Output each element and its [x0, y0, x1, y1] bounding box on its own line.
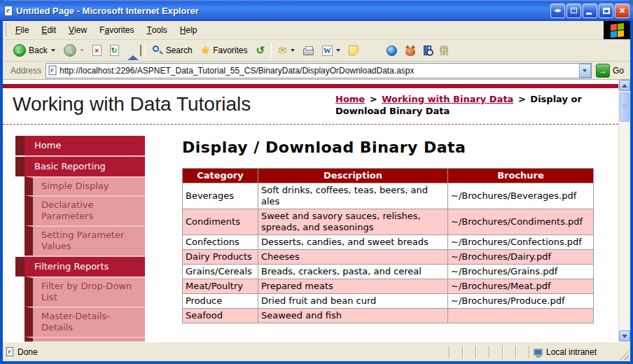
windows-logo-throbber [604, 21, 630, 39]
favorites-label: Favorites [213, 46, 247, 55]
sidebar-item[interactable]: Master-Details-Details [25, 307, 145, 337]
refresh-button[interactable]: ↻ [106, 43, 123, 58]
menu-item[interactable]: Tools [140, 21, 173, 39]
search-label: Search [166, 46, 193, 55]
scroll-up-button[interactable] [619, 80, 630, 91]
sidebar-item[interactable]: Filtering Reports [25, 255, 145, 276]
cell-description: Sweet and savory sauces, relishes, sprea… [258, 209, 447, 235]
window-detach-button[interactable] [566, 4, 581, 18]
maximize-button[interactable] [599, 4, 613, 18]
page-title: Display / Download Binary Data [182, 139, 618, 156]
table-row: Dairy Products Cheeses ~/Brochures/Dairy… [183, 250, 594, 265]
cell-brochure: ~/Brochures/Meat.pdf [448, 279, 594, 294]
toolbar-separator [145, 43, 146, 58]
cell-brochure: ~/Brochures/Condiments.pdf [448, 209, 594, 235]
sidebar-item[interactable]: Basic Reporting [25, 155, 145, 176]
go-label: Go [613, 66, 624, 76]
sidebar-item[interactable]: Master/Detail Across Two Pages [25, 337, 145, 342]
cell-description: Prepared meats [258, 279, 447, 294]
breadcrumb-link-home[interactable]: Home [335, 94, 365, 104]
history-icon: ↺ [256, 44, 265, 57]
menu-item[interactable]: Favorites [93, 21, 140, 39]
notes-button[interactable] [345, 43, 363, 57]
cell-category: Beverages [183, 183, 258, 209]
status-page-icon [6, 347, 13, 356]
print-icon [303, 48, 314, 55]
binary-tool-button[interactable]: 101 010 101 [436, 43, 454, 58]
binary-code-icon: 101 010 101 [440, 46, 450, 56]
sidebar-menu: Home Basic Reporting Simple Display Decl… [25, 136, 145, 342]
chevron-down-icon [583, 69, 587, 72]
close-button[interactable]: × [615, 4, 629, 18]
cell-category: Seafood [183, 309, 258, 323]
back-button[interactable]: ← Back [9, 42, 60, 59]
window-resize-grip[interactable] [620, 351, 629, 360]
sidebar-item[interactable]: Declarative Parameters [25, 195, 145, 225]
sidebar-item[interactable]: Filter by Drop-Down List [25, 276, 145, 307]
print-button[interactable] [299, 44, 318, 57]
history-button[interactable]: ↺ [252, 42, 270, 59]
search-button[interactable]: Search [148, 43, 197, 58]
address-dropdown-button[interactable] [579, 64, 591, 78]
page-body: Home Basic Reporting Simple Display Decl… [3, 125, 618, 342]
favorites-button[interactable]: ★ Favorites [197, 42, 252, 59]
minimize-button[interactable] [583, 4, 597, 18]
table-body: Beverages Soft drinks, coffees, teas, be… [183, 183, 594, 323]
menu-bar: File Edit View Favorites Tools Help [3, 21, 630, 40]
go-button[interactable]: → [596, 64, 610, 78]
window-title: Untitled Page - Microsoft Internet Explo… [16, 6, 549, 16]
stop-button[interactable]: × [88, 43, 106, 58]
forward-button[interactable]: → [60, 42, 88, 59]
messenger-button[interactable] [382, 43, 401, 58]
address-label: Address [11, 66, 41, 76]
sidebar: Home Basic Reporting Simple Display Decl… [25, 136, 145, 342]
edit-with-word-button[interactable]: W [318, 43, 345, 58]
address-input[interactable]: http://localhost:2296/ASPNET_Data_Tutori… [46, 63, 592, 78]
cell-description: Seaweed and fish [258, 309, 447, 323]
menu-item[interactable]: View [62, 21, 93, 39]
sidebar-item[interactable]: Simple Display [25, 176, 145, 195]
cell-brochure: ~/Brochures/Beverages.pdf [448, 183, 594, 209]
status-bar: Done Local intranet [3, 342, 630, 361]
statusbar-pane [489, 346, 502, 358]
cell-description: Cheeses [258, 250, 447, 265]
vertical-scrollbar[interactable] [618, 80, 630, 342]
table-row: Produce Dried fruit and bean curd ~/Broc… [183, 294, 594, 309]
search-icon [152, 45, 163, 56]
arrow-up-icon [622, 84, 627, 88]
breadcrumb: Home > Working with Binary Data > Displa… [335, 93, 611, 117]
categories-table: Category Description Brochure [182, 168, 594, 323]
mail-button[interactable]: ✉ [274, 42, 299, 59]
stop-icon: × [92, 45, 102, 56]
statusbar-pane [462, 346, 475, 358]
windows-flag-icon [611, 23, 624, 38]
cell-description: Desserts, candies, and sweet breads [258, 235, 447, 250]
fox-icon [405, 48, 415, 56]
table-column-header: Category [183, 169, 258, 183]
menu-item[interactable]: Edit [35, 21, 62, 39]
toolbar-grip[interactable] [4, 23, 8, 37]
menu-item[interactable]: File [9, 21, 35, 39]
fox-addon-button[interactable] [401, 43, 419, 58]
window-size-toggle-button[interactable]: ◀▶ [550, 4, 565, 18]
minimize-icon [586, 13, 592, 15]
breadcrumb-link-section[interactable]: Working with Binary Data [382, 94, 513, 104]
statusbar-pane [515, 346, 529, 358]
table-column-header: Brochure [448, 169, 594, 183]
research-button[interactable] [419, 43, 436, 57]
menu-item[interactable]: Help [174, 21, 204, 39]
arrow-down-icon [622, 335, 627, 338]
scroll-down-button[interactable] [619, 330, 630, 342]
blue-sphere-icon [387, 46, 397, 56]
page-viewport: Working with Data Tutorials Home > Worki… [3, 80, 630, 342]
favorites-star-icon: ★ [201, 44, 210, 57]
home-button[interactable] [123, 43, 143, 57]
detach-icon [571, 8, 577, 13]
sidebar-item[interactable]: Setting Parameter Values [25, 225, 145, 255]
cell-description: Breads, crackers, pasta, and cereal [258, 265, 447, 279]
statusbar-pane [502, 346, 515, 358]
cell-description: Soft drinks, coffees, teas, beers, and a… [258, 183, 447, 209]
scrollbar-thumb[interactable] [620, 92, 629, 122]
zone-label: Local intranet [546, 347, 597, 357]
sidebar-item[interactable]: Home [25, 136, 145, 155]
